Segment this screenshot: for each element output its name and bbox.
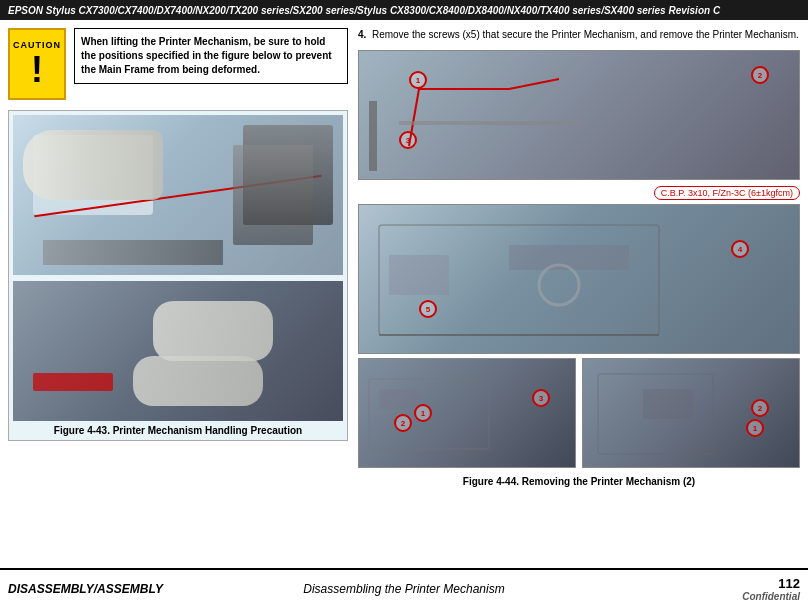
- screw-marker-b1: 3: [532, 389, 550, 407]
- figure-4-43: Right Hand Position Left Hand Position: [8, 110, 348, 441]
- cbp-text: C.B.P. 3x10, F/Zn-3C (6±1kgfcm): [654, 186, 800, 200]
- right-bottom-row: 3 2 1 2 1: [358, 358, 800, 468]
- right-bottom-left-image: 3 2 1: [358, 358, 576, 468]
- svg-rect-3: [399, 121, 579, 125]
- page-footer: DISASSEMBLY/ASSEMBLY Disassembling the P…: [0, 568, 808, 608]
- figure-4-43-caption: Figure 4-43. Printer Mechanism Handling …: [13, 425, 343, 436]
- right-mid-img-sim: 4 5: [359, 205, 799, 353]
- footer-section-label: DISASSEMBLY/ASSEMBLY: [8, 582, 206, 596]
- svg-point-8: [539, 265, 579, 305]
- right-mid-image: 4 5: [358, 204, 800, 354]
- screw-marker-b2: 2: [394, 414, 412, 432]
- caution-text: When lifting the Printer Mechanism, be s…: [74, 28, 348, 84]
- step-description: Remove the screws (x5) that secure the P…: [372, 29, 799, 40]
- step-number: 4.: [358, 29, 366, 40]
- svg-line-1: [509, 79, 559, 89]
- right-bot-left-sim: 3 2 1: [359, 359, 575, 467]
- caution-icon: !: [31, 52, 43, 88]
- screw-marker-c2: 1: [746, 419, 764, 437]
- screw-marker-b3: 1: [414, 404, 432, 422]
- svg-rect-11: [379, 389, 419, 409]
- right-bot-right-sim: 2 1: [583, 359, 799, 467]
- right-figures: 1 2 3 C.B.P. 3x10,: [358, 50, 800, 487]
- step-4-text: 4. Remove the screws (x5) that secure th…: [358, 28, 800, 42]
- svg-line-2: [409, 89, 419, 146]
- left-hand-image: [13, 281, 343, 421]
- main-content: CAUTION ! When lifting the Printer Mecha…: [0, 20, 808, 568]
- cbp-label: C.B.P. 3x10, F/Zn-3C (6±1kgfcm): [654, 186, 800, 198]
- caution-badge: CAUTION !: [8, 28, 66, 100]
- svg-rect-13: [643, 389, 693, 419]
- screw-marker-c1: 2: [751, 399, 769, 417]
- footer-chapter-title: Disassembling the Printer Mechanism: [206, 582, 602, 596]
- right-top-image: 1 2 3: [358, 50, 800, 180]
- svg-rect-4: [369, 101, 377, 171]
- screw-marker-5: 5: [419, 300, 437, 318]
- right-column: 4. Remove the screws (x5) that secure th…: [358, 28, 800, 560]
- right-top-img-sim: 1 2 3: [359, 51, 799, 179]
- right-hand-image: [13, 115, 343, 275]
- machine-interior: [359, 205, 799, 353]
- page-number: 112: [778, 576, 800, 591]
- confidential-label: Confidential: [742, 591, 800, 602]
- screw-lines: [359, 51, 799, 179]
- figure-4-44-caption: Figure 4-44. Removing the Printer Mechan…: [358, 476, 800, 487]
- page-header: EPSON Stylus CX7300/CX7400/DX7400/NX200/…: [0, 0, 808, 20]
- screw-marker-4: 4: [731, 240, 749, 258]
- caution-body-bold: When lifting the Printer Mechanism, be s…: [81, 36, 332, 75]
- left-column: CAUTION ! When lifting the Printer Mecha…: [8, 28, 348, 560]
- caution-section: CAUTION ! When lifting the Printer Mecha…: [8, 28, 348, 100]
- svg-rect-6: [389, 255, 449, 295]
- right-bottom-right-image: 2 1: [582, 358, 800, 468]
- header-title: EPSON Stylus CX7300/CX7400/DX7400/NX200/…: [8, 5, 720, 16]
- bot-left-details: [359, 359, 575, 467]
- footer-right: 112 Confidential: [602, 576, 800, 602]
